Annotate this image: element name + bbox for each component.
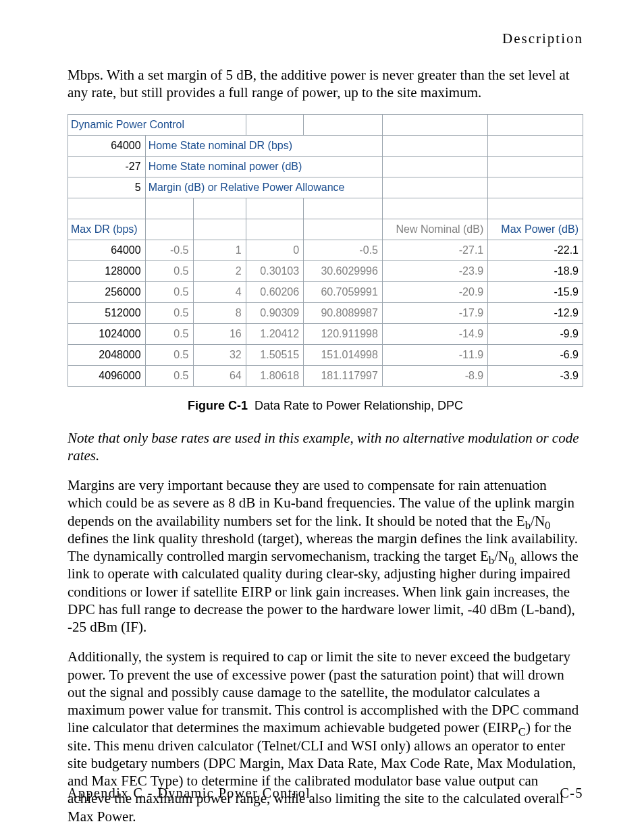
param-label-0: Home State nominal DR (bps) [145, 135, 382, 156]
cell: -0.5 [304, 240, 383, 260]
text: Margins are very important because they … [68, 477, 574, 529]
cell: 8 [193, 302, 246, 323]
cell: -6.9 [488, 344, 583, 365]
cell: 128000 [68, 260, 146, 281]
cell: 0.5 [145, 260, 193, 281]
cell: 4 [193, 281, 246, 302]
cell: -12.9 [488, 302, 583, 323]
cell: 1.80618 [246, 365, 303, 386]
text: /N [494, 548, 508, 564]
cell: 90.8089987 [304, 302, 383, 323]
param-label-2: Margin (dB) or Relative Power Allowance [145, 177, 382, 198]
table-row: 64000 -0.5 1 0 -0.5 -27.1 -22.1 [68, 240, 583, 260]
param-value-0: 64000 [68, 135, 146, 156]
cell: 32 [193, 344, 246, 365]
col-header-dr: Max DR (bps) [68, 219, 146, 240]
table-row: 2048000 0.5 32 1.50515 151.014998 -11.9 … [68, 344, 583, 365]
table-row: 4096000 0.5 64 1.80618 181.117997 -8.9 -… [68, 365, 583, 386]
cell: -0.5 [145, 240, 193, 260]
cell: 0.5 [145, 344, 193, 365]
cell: 64 [193, 365, 246, 386]
margins-paragraph: Margins are very important because they … [68, 476, 583, 636]
figure-caption: Figure C-1 Data Rate to Power Relationsh… [68, 399, 583, 413]
table-row: 256000 0.5 4 0.60206 60.7059991 -20.9 -1… [68, 281, 583, 302]
cell: 30.6029996 [304, 260, 383, 281]
cell: 0.60206 [246, 281, 303, 302]
cell: 0.5 [145, 323, 193, 344]
table-row: 512000 0.5 8 0.90309 90.8089987 -17.9 -1… [68, 302, 583, 323]
cell: 120.911998 [304, 323, 383, 344]
cell: -11.9 [382, 344, 487, 365]
cell: 4096000 [68, 365, 146, 386]
cell: 0 [246, 240, 303, 260]
cell: 512000 [68, 302, 146, 323]
cell: -8.9 [382, 365, 487, 386]
col-header-nom: New Nominal (dB) [382, 219, 487, 240]
cell: 2 [193, 260, 246, 281]
dpc-table-wrap: Dynamic Power Control 64000 Home State n… [68, 114, 583, 387]
cell: 60.7059991 [304, 281, 383, 302]
cell: 0.90309 [246, 302, 303, 323]
cell: 0.30103 [246, 260, 303, 281]
cell: 181.117997 [304, 365, 383, 386]
dpc-table: Dynamic Power Control 64000 Home State n… [68, 114, 583, 387]
table-row: 1024000 0.5 16 1.20412 120.911998 -14.9 … [68, 323, 583, 344]
page-footer: Appendix C - Dynamic Power Control C-5 [68, 785, 583, 801]
cell: 16 [193, 323, 246, 344]
cell: -22.1 [488, 240, 583, 260]
cell: 64000 [68, 240, 146, 260]
cell: -27.1 [382, 240, 487, 260]
note-italic: Note that only base rates are used in th… [68, 429, 583, 465]
cell: 0.5 [145, 281, 193, 302]
figure-text: Data Rate to Power Relationship, DPC [254, 399, 463, 412]
table-title: Dynamic Power Control [68, 114, 246, 135]
text: Additionally, the system is required to … [68, 648, 579, 736]
cell: -9.9 [488, 323, 583, 344]
cell: 1.50515 [246, 344, 303, 365]
text: /N [531, 513, 545, 529]
cell: 0.5 [145, 365, 193, 386]
param-value-1: -27 [68, 156, 146, 177]
cell: -18.9 [488, 260, 583, 281]
footer-right: C-5 [560, 785, 584, 801]
section-header: Description [68, 30, 583, 47]
col-header-max: Max Power (dB) [488, 219, 583, 240]
intro-paragraph: Mbps. With a set margin of 5 dB, the add… [68, 66, 583, 102]
cell: -15.9 [488, 281, 583, 302]
cell: 151.014998 [304, 344, 383, 365]
table-row: 128000 0.5 2 0.30103 30.6029996 -23.9 -1… [68, 260, 583, 281]
param-value-2: 5 [68, 177, 146, 198]
cell: 2048000 [68, 344, 146, 365]
cell: 1024000 [68, 323, 146, 344]
footer-left: Appendix C - Dynamic Power Control [68, 785, 311, 801]
figure-label: Figure C-1 [188, 399, 248, 412]
cell: 1.20412 [246, 323, 303, 344]
cell: 256000 [68, 281, 146, 302]
cell: -20.9 [382, 281, 487, 302]
cell: 0.5 [145, 302, 193, 323]
cell: 1 [193, 240, 246, 260]
cell: -17.9 [382, 302, 487, 323]
cell: -3.9 [488, 365, 583, 386]
cell: -23.9 [382, 260, 487, 281]
param-label-1: Home State nominal power (dB) [145, 156, 382, 177]
cell: -14.9 [382, 323, 487, 344]
